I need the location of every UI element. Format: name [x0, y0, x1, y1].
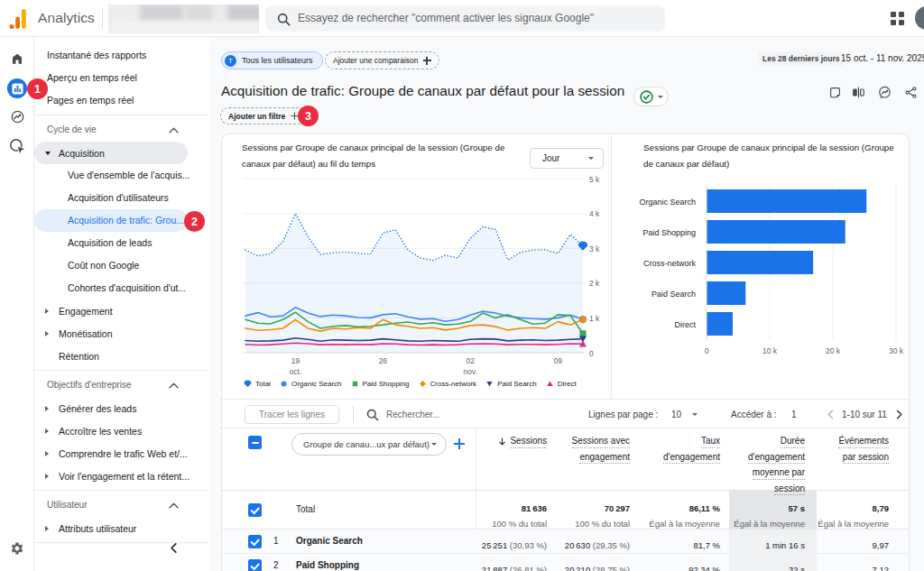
sidebar-subitem-co-t-non-google[interactable]: Coût non Google — [34, 254, 209, 277]
report-nav-list: Instantané des rapportsAperçu en temps r… — [34, 37, 209, 543]
google-analytics-logo[interactable] — [9, 7, 31, 31]
select-all-checkbox[interactable] — [248, 436, 262, 449]
column-header-line: Événements — [838, 436, 889, 448]
row-channel: Paid Shopping — [296, 560, 359, 570]
total-cell-4: 57 sÉgal à la moyenne — [734, 499, 805, 529]
global-search[interactable]: Essayez de rechercher "comment activer l… — [265, 5, 665, 32]
total-row-checkbox[interactable] — [248, 503, 262, 517]
collapse-drawer-icon[interactable] — [168, 542, 180, 554]
audience-chip[interactable]: T Tous les utilisateurs — [221, 51, 323, 69]
sidebar-item-accro-tre-les-ventes[interactable]: Accroître les ventes — [34, 419, 209, 442]
sidebar-item-2[interactable]: Aperçu en temps réel — [34, 67, 209, 89]
sidebar-item-g-n-rer-des-leads[interactable]: Générer des leads — [34, 397, 209, 419]
explore-icon[interactable] — [0, 109, 34, 124]
sidebar-subitem-acquisition-de-leads[interactable]: Acquisition de leads — [34, 232, 209, 254]
advertising-icon[interactable] — [0, 138, 34, 155]
sidebar-item-attributs-utilisateur[interactable]: Attributs utilisateur — [34, 517, 209, 539]
svg-text:5 k: 5 k — [589, 175, 600, 184]
column-header-text: par session — [843, 452, 889, 465]
ab-comparison-icon[interactable] — [852, 86, 865, 99]
row-index: 1 — [273, 536, 279, 546]
bar-chart-title: Sessions par Groupe de canaux principal … — [643, 140, 903, 172]
legend-item-cross-network[interactable]: Cross-network — [418, 379, 477, 389]
row-checkbox[interactable] — [248, 559, 262, 571]
granularity-select[interactable]: Jour — [530, 148, 604, 169]
sidebar-item-1[interactable]: Instantané des rapports — [34, 44, 209, 67]
sidebar-item-acquisition[interactable]: Acquisition — [34, 142, 188, 164]
sidebar-item-r-tention[interactable]: Rétention — [34, 345, 209, 367]
triangle-down-icon — [42, 152, 59, 155]
goto-page-value[interactable]: 1 — [791, 400, 797, 429]
add-comparison-chip[interactable]: Ajouter une comparaison — [325, 51, 439, 69]
sidebar-item-voir-l-engagement-et-la-r-tent-[interactable]: Voir l'engagement et la rétent... — [34, 465, 209, 487]
account-selector-blurred[interactable] — [108, 5, 259, 33]
column-header-1[interactable]: Sessions — [498, 436, 547, 448]
date-range[interactable]: 15 oct. - 11 nov. 2025 — [841, 50, 924, 68]
chevron-up-icon[interactable] — [169, 127, 179, 134]
topbar-divider — [102, 8, 103, 29]
sidebar-item-3[interactable]: Pages en temps réel — [34, 89, 209, 112]
total-cell-5: 8,79Égal à la moyenne — [818, 499, 889, 529]
line-chart-title: Sessions par Groupe de canaux principal … — [242, 140, 520, 172]
column-header-2[interactable]: Sessions avecengagement — [572, 436, 630, 464]
column-header-3[interactable]: Tauxd'engagement — [663, 436, 720, 464]
apps-grid-icon[interactable] — [891, 12, 904, 25]
insights-icon[interactable] — [878, 86, 892, 99]
reports-icon[interactable] — [7, 78, 27, 98]
cell-value: 81,7 % — [693, 540, 720, 550]
x-axis-label: 0 — [705, 346, 709, 355]
total-area-fill — [245, 214, 583, 353]
report-status-badge[interactable] — [633, 87, 669, 106]
column-header-4[interactable]: Duréed'engagementmoyenne parsession — [748, 436, 805, 495]
bar-paid-search — [707, 281, 746, 305]
row-cell-5: 9,97 — [873, 536, 890, 552]
legend-item-direct[interactable]: Direct — [545, 379, 577, 389]
column-header-5[interactable]: Événementspar session — [838, 436, 889, 464]
total-label: Total — [296, 504, 315, 514]
next-page-icon[interactable] — [893, 409, 905, 420]
sidebar-item-comprendre-le-trafic-web-et-[interactable]: Comprendre le trafic Web et/... — [34, 442, 209, 465]
cell-value: 7,12 — [873, 565, 890, 571]
bar-chart: 010 k20 k30 kOrganic SearchPaid Shopping… — [611, 175, 910, 366]
legend-item-paid-shopping[interactable]: Paid Shopping — [350, 379, 410, 389]
sidebar-item-engagement[interactable]: Engagement — [34, 299, 209, 322]
triangle-right-icon — [42, 428, 59, 434]
chevron-up-icon[interactable] — [169, 502, 179, 509]
triangle-right-icon — [42, 331, 59, 336]
bar-organic-search — [707, 189, 867, 213]
row-cell-1: 25 251 (30,93 %) — [482, 536, 547, 552]
date-preset-badge[interactable]: Les 28 derniers jours — [758, 51, 845, 66]
share-icon[interactable] — [904, 86, 918, 99]
chevron-up-icon[interactable] — [169, 382, 179, 389]
annotation-badge-1: 1 — [27, 78, 48, 99]
legend-item-paid-search[interactable]: Paid Search — [485, 379, 537, 389]
sidebar-subitem-acquisition-de-trafic-grou-[interactable]: Acquisition de trafic: Grou... — [34, 209, 188, 232]
prev-page-icon[interactable] — [825, 409, 836, 420]
settings-gear-icon[interactable] — [10, 541, 24, 556]
cell-percent: (30,93 %) — [507, 540, 547, 550]
add-column-icon[interactable] — [454, 438, 465, 449]
rows-per-page-value[interactable]: 10 — [671, 400, 681, 429]
sidebar-subitem-cohortes-d-acquisition-d-ut-[interactable]: Cohortes d'acquisition d'ut... — [34, 277, 209, 299]
user-avatar[interactable] — [915, 6, 924, 30]
legend-item-organic-search[interactable]: Organic Search — [279, 379, 342, 389]
row-index: 2 — [273, 560, 279, 570]
column-header-line: d'engagement — [748, 452, 805, 465]
home-icon[interactable] — [0, 51, 34, 66]
dimension-dropdown[interactable]: Groupe de canau...ux par défaut) — [291, 433, 447, 456]
notes-icon[interactable] — [828, 86, 842, 99]
add-filter-chip[interactable]: Ajouter un filtre — [220, 107, 307, 124]
caret-down-icon[interactable] — [692, 413, 698, 416]
column-header-text: Sessions avec — [572, 436, 630, 448]
table-search-input[interactable]: Rechercher... — [386, 400, 439, 429]
sidebar-item-mon-tisation[interactable]: Monétisation — [34, 322, 209, 345]
audience-chip-label: Tous les utilisateurs — [242, 56, 313, 65]
sidebar-subitem-vue-d-ensemble-de-l-acquis-[interactable]: Vue d'ensemble de l'acquis... — [34, 164, 209, 187]
triangle-right-icon — [42, 309, 59, 314]
sidebar-item-label: Engagement — [59, 306, 113, 317]
plot-rows-button[interactable]: Tracer les lignes — [245, 405, 339, 424]
row-checkbox[interactable] — [248, 535, 262, 548]
cell-value: 86,11 % — [689, 503, 720, 513]
sidebar-subitem-acquisition-d-utilisateurs[interactable]: Acquisition d'utilisateurs — [34, 187, 209, 209]
legend-item-total[interactable]: Total — [243, 379, 271, 389]
